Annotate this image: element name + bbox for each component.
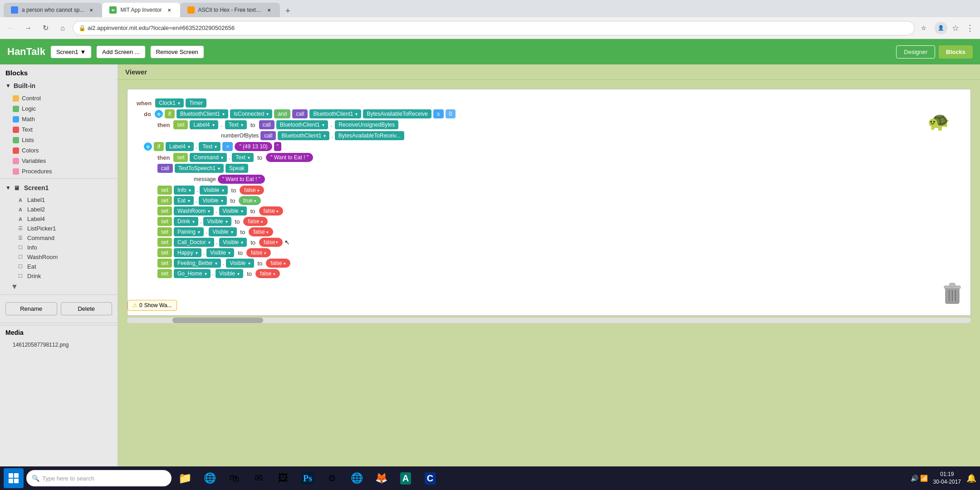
sidebar-item-logic[interactable]: Logic [0,103,118,114]
false-block-6[interactable]: false ▾ [246,248,271,257]
set-gohome-block[interactable]: set [157,269,172,278]
sidebar-item-label4[interactable]: A Label4 [0,214,118,224]
visible-prop-4[interactable]: Visible ▾ [203,217,231,226]
gohome-component-block[interactable]: Go_Home ▾ [174,269,211,278]
sidebar-item-math[interactable]: Math [0,114,118,124]
command-block[interactable]: Command ▾ [190,153,226,162]
person-icon[interactable]: 👤 [935,22,947,34]
list-val-block[interactable]: " (49 13 10) [235,142,272,151]
tab-2[interactable]: M MIT App Inventor ✕ [102,3,180,17]
paining-component-block[interactable]: Paining ▾ [174,227,204,236]
bookmark-button[interactable]: ☆ [917,22,930,34]
set-drink-block[interactable]: set [157,217,172,226]
false-block-2[interactable]: false ▾ [259,206,284,216]
set-paining-block[interactable]: set [157,227,172,236]
set-washroom-block[interactable]: set [157,206,172,216]
blocks-button[interactable]: Blocks [939,45,973,59]
bluetooth-client-4[interactable]: BluetoothClient1 ▾ [278,131,329,140]
tab-close-3[interactable]: ✕ [265,6,273,14]
rename-button[interactable]: Rename [5,302,57,315]
home-button[interactable]: ⌂ [55,21,70,35]
tts-block[interactable]: TextToSpeech1 ▾ [175,164,224,173]
horizontal-scrollbar[interactable] [127,318,971,323]
taskbar-icon-chrome[interactable]: 🌐 [347,468,367,488]
set-eat-block[interactable]: set [157,196,172,205]
visible-prop-2[interactable]: Visible ▾ [199,196,226,205]
bytes-available-block[interactable]: BytesAvailableToReceive [363,109,431,118]
star-icon[interactable]: ☆ [949,22,962,34]
taskbar-icon-file-explorer[interactable]: 📁 [175,468,195,488]
text-prop-block-3[interactable]: Text ▾ [232,153,254,162]
sidebar-item-info[interactable]: ☐ Info [0,243,118,252]
scrollbar-thumb[interactable] [172,318,263,323]
taskbar-icon-app2[interactable]: A [396,468,416,488]
designer-button[interactable]: Designer [896,45,935,59]
sidebar-item-eat[interactable]: ☐ Eat [0,262,118,271]
visible-prop-3[interactable]: Visible ▾ [219,206,247,216]
happy-component-block[interactable]: Happy ▾ [174,248,201,257]
set-block-2[interactable]: set [173,153,188,162]
scroll-arrow[interactable]: ▼ [0,281,118,293]
false-block-5[interactable]: false ▾ [259,238,283,247]
geq-block[interactable]: ≥ [433,109,444,118]
if-block-2[interactable]: if [154,142,164,151]
network-icon[interactable]: 📶 [920,475,928,482]
visible-prop-9[interactable]: Visible ▾ [216,269,243,278]
false-block-7[interactable]: false ▾ [266,259,290,268]
false-block-3[interactable]: false ▾ [243,217,268,226]
call-block-4[interactable]: call [157,164,173,173]
sidebar-item-lists[interactable]: Lists [0,135,118,145]
sidebar-item-label1[interactable]: A Label1 [0,195,118,205]
taskbar-icon-photos[interactable]: 🖼 [273,468,293,488]
remove-screen-button[interactable]: Remove Screen [151,46,204,58]
zero-block[interactable]: 0 [446,109,456,118]
call-block-2[interactable]: call [259,120,274,129]
taskbar-icon-edge[interactable]: 🌐 [200,468,220,488]
set-info-block[interactable]: set [157,186,172,195]
false-block-4[interactable]: false ▾ [249,227,273,236]
label4-block-1[interactable]: Label4 ▾ [190,120,218,129]
start-button[interactable] [4,468,24,488]
set-happy-block[interactable]: set [157,248,172,257]
true-block[interactable]: true ▾ [239,196,261,205]
visible-prop-8[interactable]: Visible ▾ [226,259,254,268]
receive-bytes-block[interactable]: ReceiveUnsignedBytes [335,120,398,129]
sidebar-item-colors[interactable]: Colors [0,145,118,156]
viewer-content[interactable]: when Clock1 ▾ Timer do ⊕ if BluetoothCli… [118,80,980,490]
sidebar-item-drink[interactable]: ☐ Drink [0,271,118,281]
new-tab-button[interactable]: + [282,5,294,17]
feelingbetter-component-block[interactable]: Feeling_Better ▾ [174,259,221,268]
taskbar-icon-cs[interactable]: C [420,468,440,488]
taskbar-icon-photoshop[interactable]: Ps [298,468,318,488]
call-block-3[interactable]: call [260,131,276,140]
forward-button[interactable]: → [21,21,35,35]
drink-component-block[interactable]: Drink ▾ [174,217,198,226]
visible-prop-1[interactable]: Visible ▾ [200,186,227,195]
if-circle-2[interactable]: ⊕ [144,142,152,151]
notification-icon[interactable]: 🔔 [966,473,976,483]
tab-3[interactable]: ASCII to Hex - Free text ... ✕ [180,3,280,17]
visible-prop-5[interactable]: Visible ▾ [209,227,236,236]
taskbar-icon-circuit[interactable]: ⚙ [322,468,342,488]
sidebar-item-procedures[interactable]: Procedures [0,166,118,176]
text-prop-block-2[interactable]: Text ▾ [199,142,220,151]
sidebar-item-variables[interactable]: Variables [0,156,118,166]
url-bar[interactable]: 🔒 ai2.appinventor.mit.edu/?locale=en#663… [73,21,915,35]
refresh-button[interactable]: ↻ [38,21,53,35]
visible-prop-6[interactable]: Visible ▾ [219,238,247,247]
screen1-section-header[interactable]: ▼ 🖥 Screen1 [0,181,118,195]
sidebar-item-text[interactable]: Text [0,124,118,135]
want-to-eat-block-1[interactable]: " Want to Eat ! " [266,153,313,162]
tab-close-1[interactable]: ✕ [88,6,95,14]
eq-block[interactable]: = [222,142,233,151]
clock1-dropdown[interactable]: ▾ [178,101,180,106]
want-to-eat-block-2[interactable]: " Want to Eat ! " [218,175,265,184]
speak-block[interactable]: Speak [225,164,248,173]
screen1-button[interactable]: Screen1 ▼ [51,46,91,58]
show-warnings-button[interactable]: ⚠ 0 Show Wa... [127,300,177,311]
bluetooth-client-3[interactable]: BluetoothClient1 ▾ [276,120,328,129]
bluetooth-client-1[interactable]: BluetoothClient1 ▾ [176,109,228,118]
menu-icon[interactable]: ⋮ [964,22,976,34]
sidebar-item-label2[interactable]: A Label2 [0,205,118,214]
set-block-1[interactable]: set [173,120,188,129]
